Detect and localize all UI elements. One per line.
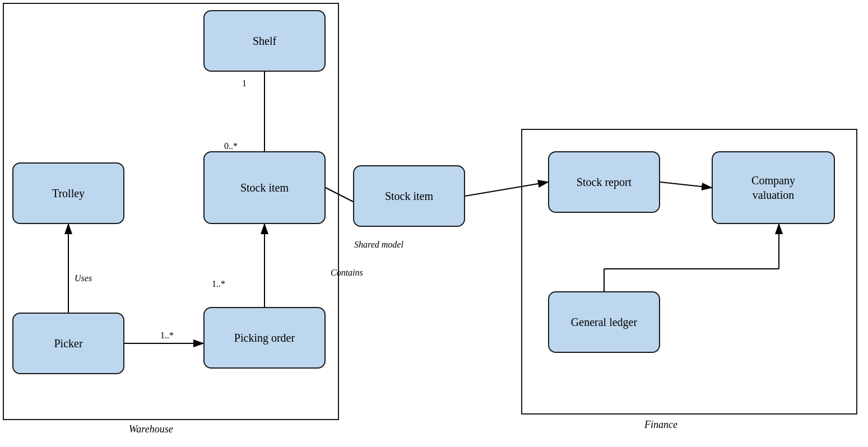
mult-shelf-0star: 0..* <box>224 141 238 151</box>
stock-item-warehouse-node: Stock item <box>203 151 326 224</box>
warehouse-label: Warehouse <box>129 423 173 435</box>
mult-picker-1star: 1..* <box>160 330 174 341</box>
finance-label: Finance <box>644 419 677 431</box>
contains-label: Contains <box>331 268 363 278</box>
company-valuation-node: Company valuation <box>712 151 835 224</box>
uses-label: Uses <box>75 273 92 283</box>
shelf-node: Shelf <box>203 10 326 72</box>
picker-node: Picker <box>12 313 124 374</box>
trolley-node: Trolley <box>12 162 124 224</box>
shared-model-label: Shared model <box>354 240 403 250</box>
picking-order-node: Picking order <box>203 307 326 369</box>
diagram-container: Warehouse Finance Shelf Trolley Stock it… <box>0 0 868 447</box>
stock-item-shared-node: Stock item <box>353 165 465 227</box>
general-ledger-node: General ledger <box>548 291 660 353</box>
mult-shelf-1: 1 <box>242 78 247 89</box>
stock-report-node: Stock report <box>548 151 660 213</box>
mult-picking-1star: 1..* <box>212 279 225 289</box>
